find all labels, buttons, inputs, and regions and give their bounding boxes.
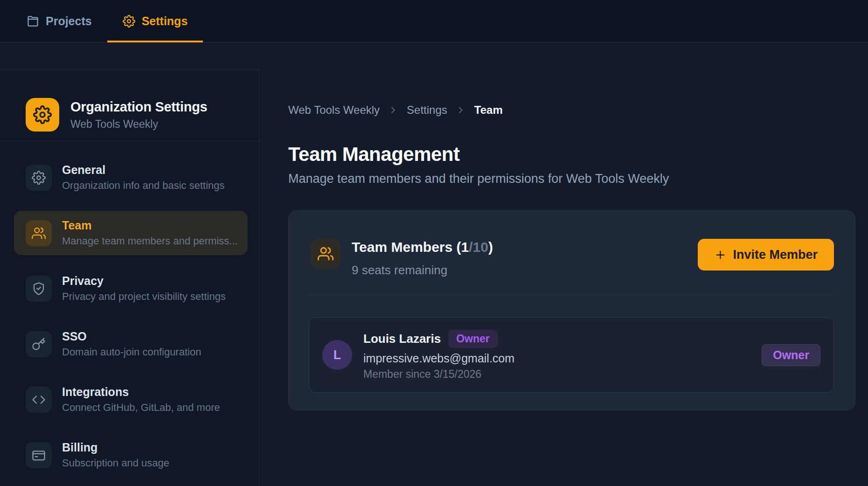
sidebar-item-label: General: [62, 163, 225, 177]
breadcrumb-current: Team: [474, 104, 503, 117]
member-row: L Louis Lazaris Owner impressive.webs@gm…: [309, 317, 834, 393]
avatar: L: [322, 340, 352, 370]
key-icon: [26, 331, 52, 357]
content-shell: Organization Settings Web Tools Weekly G…: [0, 42, 868, 486]
org-name: Web Tools Weekly: [70, 118, 207, 131]
sidebar-item-sso[interactable]: SSO Domain auto-join configuration: [14, 322, 248, 366]
org-header-text: Organization Settings Web Tools Weekly: [70, 99, 207, 131]
chevron-right-icon: [388, 105, 398, 115]
team-members-count-title: Team Members (1/10): [352, 239, 493, 256]
org-icon: [26, 98, 59, 132]
sidebar-item-text: Billing Subscription and usage: [62, 441, 169, 469]
tab-settings-label: Settings: [142, 14, 188, 28]
sidebar-item-description: Privacy and project visibility settings: [62, 291, 226, 303]
card-divider: [309, 295, 834, 295]
folder-icon: [27, 15, 39, 28]
member-since: Member since 3/15/2026: [363, 368, 514, 381]
sidebar-items: General Organization info and basic sett…: [0, 141, 259, 477]
sidebar-item-description: Organization info and basic settings: [62, 180, 225, 192]
code-icon: [26, 387, 52, 413]
page-subtitle: Manage team members and their permission…: [288, 172, 868, 186]
sidebar-item-description: Subscription and usage: [62, 457, 169, 469]
breadcrumb-settings[interactable]: Settings: [407, 104, 447, 117]
sidebar-item-text: Privacy Privacy and project visibility s…: [62, 274, 226, 303]
app-root: Projects Settings Organization Settings …: [0, 0, 868, 486]
invite-member-label: Invite Member: [733, 248, 818, 262]
sidebar-item-label: Integrations: [62, 385, 220, 399]
users-icon: [26, 220, 52, 246]
sidebar-item-text: Team Manage team members and permiss...: [62, 219, 238, 247]
breadcrumb: Web Tools Weekly Settings Team: [288, 104, 868, 117]
team-card-header-text: Team Members (1/10) 9 seats remaining: [352, 239, 493, 277]
team-members-card: Team Members (1/10) 9 seats remaining In…: [288, 210, 855, 410]
tab-settings[interactable]: Settings: [107, 0, 203, 42]
sidebar-item-description: Manage team members and permiss...: [62, 235, 238, 247]
top-navigation: Projects Settings: [0, 0, 868, 42]
member-email: impressive.webs@gmail.com: [363, 352, 514, 365]
sidebar-item-label: SSO: [62, 330, 201, 343]
sidebar-item-description: Connect GitHub, GitLab, and more: [62, 402, 220, 414]
org-settings-header: Organization Settings Web Tools Weekly: [0, 70, 259, 141]
breadcrumb-org[interactable]: Web Tools Weekly: [288, 104, 380, 117]
sidebar-item-text: SSO Domain auto-join configuration: [62, 330, 201, 358]
team-card-header: Team Members (1/10) 9 seats remaining In…: [289, 211, 855, 277]
member-name-row: Louis Lazaris Owner: [363, 330, 514, 348]
settings-sidebar: Organization Settings Web Tools Weekly G…: [0, 70, 259, 486]
gear-icon: [123, 15, 135, 28]
credit-card-icon: [26, 442, 52, 468]
sidebar-item-label: Privacy: [62, 274, 226, 288]
sidebar-item-label: Team: [62, 219, 238, 232]
sidebar-item-privacy[interactable]: Privacy Privacy and project visibility s…: [14, 266, 248, 311]
member-info: Louis Lazaris Owner impressive.webs@gmai…: [363, 330, 514, 381]
org-settings-title: Organization Settings: [70, 99, 207, 115]
sidebar-item-integrations[interactable]: Integrations Connect GitHub, GitLab, and…: [14, 377, 248, 422]
sidebar-item-description: Domain auto-join configuration: [62, 346, 201, 358]
owner-badge: Owner: [448, 330, 498, 348]
main-content: Web Tools Weekly Settings Team Team Mana…: [259, 42, 868, 486]
chevron-right-icon: [456, 105, 466, 115]
sidebar-item-general[interactable]: General Organization info and basic sett…: [14, 155, 248, 200]
sidebar-item-text: Integrations Connect GitHub, GitLab, and…: [62, 385, 220, 414]
member-role-pill: Owner: [762, 344, 820, 366]
gear-icon: [33, 105, 52, 124]
tab-projects-label: Projects: [46, 14, 92, 28]
plus-icon: [714, 249, 727, 261]
sidebar-item-label: Billing: [62, 441, 169, 454]
seat-limit: /10: [469, 239, 488, 255]
sidebar-item-team[interactable]: Team Manage team members and permiss...: [14, 211, 248, 255]
seats-remaining: 9 seats remaining: [352, 263, 493, 277]
invite-member-button[interactable]: Invite Member: [698, 239, 834, 271]
sidebar-item-billing[interactable]: Billing Subscription and usage: [14, 433, 248, 477]
sidebar-item-text: General Organization info and basic sett…: [62, 163, 225, 192]
tab-projects[interactable]: Projects: [11, 0, 107, 42]
users-icon: [311, 239, 340, 269]
member-name: Louis Lazaris: [363, 332, 441, 346]
gear-icon: [26, 165, 52, 191]
page-title: Team Management: [288, 143, 868, 166]
shield-check-icon: [26, 276, 52, 302]
